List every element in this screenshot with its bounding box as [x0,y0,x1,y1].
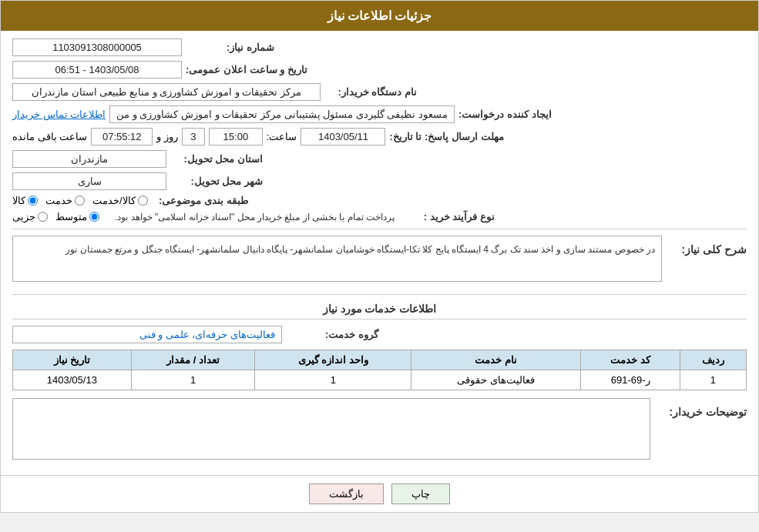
creator-row: ایجاد کننده درخواست: مسعود نظیفی گلیردی … [12,105,747,123]
need-number-row: شماره نیاز: 1103091308000005 [12,38,747,56]
process-radio-jozi[interactable] [38,212,48,222]
category-label-kala-khedmat: کالا/خدمت [92,195,136,206]
cell-unit: 1 [255,370,411,390]
deadline-days-label: روز و [156,131,178,142]
date-announce-value: 1403/05/08 - 06:51 [12,61,182,79]
city-value: ساری [12,172,166,190]
buyer-notes-box [12,398,650,460]
separator-2 [12,294,747,295]
footer-buttons: چاپ بازگشت [1,475,758,512]
date-announce-row: تاریخ و ساعت اعلان عمومی: 1403/05/08 - 0… [12,61,747,79]
category-label-kala: کالا [12,195,25,206]
page-title: جزئیات اطلاعات نیاز [327,9,432,22]
province-value: مازندران [12,150,166,168]
category-radio-kala-khedmat[interactable] [138,196,148,206]
buyer-notes-label: توضیحات خریدار: [654,406,747,418]
buyer-org-label: نام دستگاه خریدار: [324,86,417,98]
service-group-row: گروه خدمت: فعالیت‌های حرفه‌ای، علمی و فن… [12,326,747,343]
col-unit: واحد اندازه گیری [255,350,411,370]
city-row: شهر محل تحویل: ساری [12,172,747,190]
process-row: نوع فرآیند خرید : پرداخت تمام یا بخشی از… [12,211,747,223]
category-row: طبقه بندی موضوعی: کالا/خدمت خدمت کالا [12,195,747,206]
date-announce-label: تاریخ و ساعت اعلان عمومی: [186,64,307,75]
buyer-org-value: مرکز تحقیقات و اموزش کشاورزی و منابع طبی… [12,83,321,101]
table-header-row: ردیف کد خدمت نام خدمت واحد اندازه گیری ت… [13,350,747,370]
service-group-value[interactable]: فعالیت‌های حرفه‌ای، علمی و فنی [12,326,282,343]
col-code: کد خدمت [581,350,680,370]
back-button[interactable]: بازگشت [309,483,384,504]
service-group-label: گروه خدمت: [286,329,378,340]
category-radio-group: کالا/خدمت خدمت کالا [12,195,148,206]
process-radio-motavaset[interactable] [89,212,99,222]
creator-label: ایجاد کننده درخواست: [458,109,552,120]
cell-quantity: 1 [131,370,255,390]
category-option-kala[interactable]: کالا [12,195,38,206]
col-name: نام خدمت [411,350,581,370]
buyer-org-row: نام دستگاه خریدار: مرکز تحقیقات و اموزش … [12,83,747,101]
need-number-label: شماره نیاز: [182,42,274,53]
process-label-jozi: جزیی [12,211,35,223]
city-label: شهر محل تحویل: [170,176,263,187]
col-row: ردیف [680,350,746,370]
cell-row: 1 [680,370,746,390]
page-header: جزئیات اطلاعات نیاز [1,1,758,31]
col-date: تاریخ نیاز [13,350,132,370]
category-radio-khedmat[interactable] [75,196,85,206]
services-table: ردیف کد خدمت نام خدمت واحد اندازه گیری ت… [12,350,747,390]
table-row: 1ر-69-691فعالیت‌های حقوقی111403/05/13 [13,370,747,390]
process-note: پرداخت تمام یا بخشی از مبلغ خریدار محل "… [115,212,395,223]
page-wrapper: جزئیات اطلاعات نیاز شماره نیاز: 11030913… [0,0,759,513]
need-desc-value: در خصوص مستند سازی و اخذ سند تک برگ 4 ای… [12,236,662,282]
process-option-motavaset[interactable]: متوسط [55,211,99,223]
process-radio-group: متوسط جزیی [12,211,99,223]
services-section-title: اطلاعات خدمات مورد نیاز [12,303,747,320]
process-option-jozi[interactable]: جزیی [12,211,48,223]
content-area: شماره نیاز: 1103091308000005 تاریخ و ساع… [1,31,758,475]
print-button[interactable]: چاپ [391,483,450,504]
category-option-khedmat[interactable]: خدمت [45,195,85,206]
process-label: نوع فرآیند خرید : [402,211,495,223]
col-qty: تعداد / مقدار [131,350,255,370]
category-radio-kala[interactable] [28,196,38,206]
deadline-days: 3 [182,128,205,146]
creator-value: مسعود نظیفی گلیردی مسئول پشتیبانی مرکز ت… [109,105,455,123]
category-option-kala-khedmat[interactable]: کالا/خدمت [92,195,148,206]
category-label: طبقه بندی موضوعی: [156,195,248,206]
deadline-row: مهلت ارسال پاسخ: تا تاریخ: 1403/05/11 سا… [12,128,747,146]
need-desc-section-label: شرح کلی نیاز: [670,243,747,256]
cell-date: 1403/05/13 [13,370,132,390]
creator-link[interactable]: اطلاعات تماس خریدار [12,109,106,120]
deadline-remaining-label: ساعت باقی مانده [12,131,87,142]
deadline-remaining: 07:55:12 [91,128,153,146]
deadline-label: مهلت ارسال پاسخ: تا تاریخ: [389,131,503,142]
deadline-date: 1403/05/11 [301,128,385,146]
process-label-motavaset: متوسط [55,211,87,223]
buyer-notes-row: توضیحات خریدار: [12,398,747,460]
category-label-khedmat: خدمت [45,195,72,206]
separator-1 [12,229,747,229]
deadline-time-label: ساعت: [267,131,297,142]
deadline-time: 15:00 [209,128,263,146]
province-label: استان محل تحویل: [170,153,263,165]
need-number-value: 1103091308000005 [12,38,182,56]
cell-code: ر-69-691 [581,370,680,390]
cell-name: فعالیت‌های حقوقی [411,370,581,390]
province-row: استان محل تحویل: مازندران [12,150,747,168]
